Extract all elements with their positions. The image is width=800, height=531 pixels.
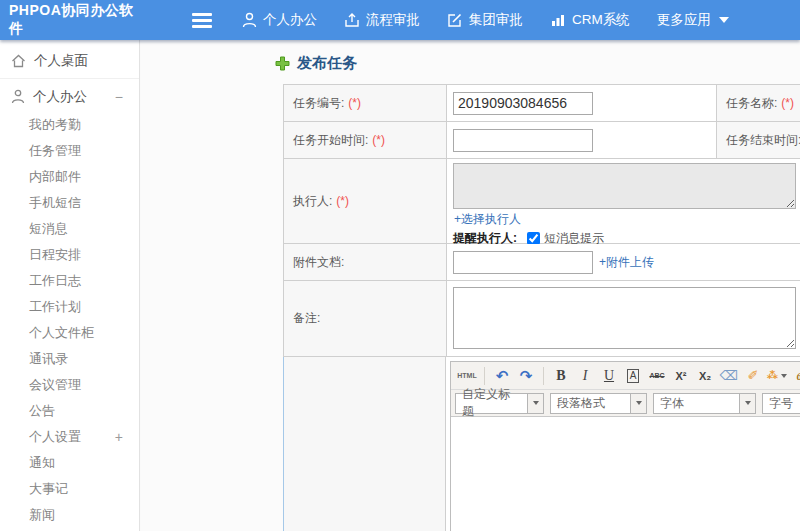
- editor-content-area[interactable]: [451, 417, 800, 531]
- italic-button[interactable]: I: [574, 366, 596, 386]
- sidebar-item-work-plan[interactable]: 工作计划: [0, 294, 139, 320]
- sidebar: 个人桌面 个人办公 − 我的考勤 任务管理 内部邮件 手机短信 短消息 日程安排…: [0, 40, 140, 531]
- underline-button[interactable]: U: [598, 366, 620, 386]
- caret-down-icon: [719, 17, 729, 23]
- redo-button[interactable]: ↷: [515, 366, 537, 386]
- custom-title-select[interactable]: 自定义标题: [455, 393, 544, 414]
- rich-text-editor: HTML ↶ ↷ B I U A ABC X² X₂ ⌫: [450, 361, 800, 531]
- collapse-icon[interactable]: −: [115, 89, 123, 105]
- add-icon: [275, 56, 290, 71]
- bold-button[interactable]: B: [550, 366, 572, 386]
- sidebar-item-mobile-sms[interactable]: 手机短信: [0, 190, 139, 216]
- sidebar-item-short-message[interactable]: 短消息: [0, 216, 139, 242]
- choose-executor-link[interactable]: +选择执行人: [454, 211, 521, 228]
- auto-typeset-button[interactable]: ⁂: [766, 366, 788, 386]
- sidebar-item-label: 个人办公: [33, 88, 87, 106]
- task-number-input[interactable]: [453, 92, 593, 115]
- task-number-label: 任务编号:(*): [284, 85, 447, 122]
- nav-label: 流程审批: [366, 11, 420, 29]
- sidebar-item-announcement[interactable]: 公告: [0, 398, 139, 424]
- expand-icon[interactable]: +: [115, 429, 123, 445]
- nav-more-apps[interactable]: 更多应用: [657, 11, 729, 29]
- sidebar-item-news[interactable]: 新闻: [0, 502, 139, 528]
- caret-down-icon: [739, 393, 756, 414]
- end-time-label: 任务结束时间:(*): [717, 122, 800, 159]
- workflow-approval-icon: [344, 12, 360, 28]
- editor-toolbar-row2: 自定义标题 段落格式 字体: [451, 390, 800, 417]
- caret-down-icon: [527, 393, 544, 414]
- sidebar-item-notice[interactable]: 通知: [0, 450, 139, 476]
- blockquote-button[interactable]: 66: [790, 366, 800, 386]
- sidebar-item-major-events[interactable]: 大事记: [0, 476, 139, 502]
- paragraph-format-select[interactable]: 段落格式: [550, 393, 647, 414]
- sidebar-item-personal-desktop[interactable]: 个人桌面: [0, 45, 139, 76]
- app-window: PHPOA协同办公软件 个人办公 流程审批 集团审批 CRM系统 更多应用: [0, 0, 800, 531]
- attachment-upload-link[interactable]: +附件上传: [599, 254, 654, 271]
- sidebar-divider: [0, 78, 139, 79]
- sidebar-item-label: 个人桌面: [34, 52, 88, 70]
- sidebar-item-internal-mail[interactable]: 内部邮件: [0, 164, 139, 190]
- char-border-button[interactable]: A: [622, 366, 644, 386]
- nav-personal-office[interactable]: 个人办公: [242, 11, 317, 29]
- nav-label: CRM系统: [572, 11, 630, 29]
- group-approval-icon: [447, 12, 463, 28]
- font-size-select[interactable]: 字号: [762, 393, 800, 414]
- html-source-button[interactable]: HTML: [456, 366, 478, 386]
- sidebar-item-personal-office[interactable]: 个人办公 −: [0, 81, 139, 112]
- remove-format-button[interactable]: ⌫: [718, 366, 740, 386]
- strikethrough-button[interactable]: ABC: [646, 366, 668, 386]
- caret-down-icon: [781, 374, 787, 378]
- font-family-select[interactable]: 字体: [653, 393, 756, 414]
- undo-button[interactable]: ↶: [491, 366, 513, 386]
- executor-display-area[interactable]: [453, 163, 796, 209]
- publish-task-form: 任务编号:(*) 任务名称:(*) 任务开始时间:(*): [283, 84, 800, 531]
- user-icon: [11, 89, 25, 104]
- nav-label: 更多应用: [657, 11, 711, 29]
- nav-label: 集团审批: [469, 11, 523, 29]
- attachment-input[interactable]: [453, 251, 593, 274]
- superscript-button[interactable]: X²: [670, 366, 692, 386]
- sidebar-item-file-cabinet[interactable]: 个人文件柜: [0, 320, 139, 346]
- sidebar-item-meeting-management[interactable]: 会议管理: [0, 372, 139, 398]
- remark-label: 备注:: [284, 281, 447, 357]
- home-icon: [11, 54, 26, 68]
- sidebar-item-work-log[interactable]: 工作日志: [0, 268, 139, 294]
- subscript-button[interactable]: X₂: [694, 366, 716, 386]
- nav-workflow-approval[interactable]: 流程审批: [344, 11, 420, 29]
- start-time-label: 任务开始时间:(*): [284, 122, 447, 159]
- hamburger-menu-icon[interactable]: [192, 13, 214, 28]
- top-bar: PHPOA协同办公软件 个人办公 流程审批 集团审批 CRM系统 更多应用: [0, 0, 800, 40]
- crm-chart-icon: [550, 12, 566, 28]
- app-logo: PHPOA协同办公软件: [0, 2, 140, 38]
- caret-down-icon: [630, 393, 647, 414]
- sidebar-item-personal-settings[interactable]: 个人设置+: [0, 424, 139, 450]
- sidebar-item-task-management[interactable]: 任务管理: [0, 138, 139, 164]
- main-content: 发布任务 任务编号:(*) 任务名称:(*): [141, 40, 800, 531]
- nav-label: 个人办公: [263, 11, 317, 29]
- page-title: 发布任务: [275, 54, 357, 73]
- sidebar-item-contacts[interactable]: 通讯录: [0, 346, 139, 372]
- sidebar-item-my-attendance[interactable]: 我的考勤: [0, 112, 139, 138]
- format-brush-button[interactable]: ✐: [742, 366, 764, 386]
- top-nav: 个人办公 流程审批 集团审批 CRM系统 更多应用: [242, 11, 756, 29]
- nav-group-approval[interactable]: 集团审批: [447, 11, 523, 29]
- user-icon: [242, 12, 257, 28]
- attachment-label: 附件文档:: [284, 244, 447, 281]
- remark-textarea[interactable]: [453, 287, 796, 349]
- task-name-label: 任务名称:(*): [717, 85, 800, 122]
- start-time-input[interactable]: [453, 129, 593, 152]
- nav-crm-system[interactable]: CRM系统: [550, 11, 630, 29]
- executor-label: 执行人:(*): [284, 159, 447, 244]
- sidebar-item-schedule[interactable]: 日程安排: [0, 242, 139, 268]
- description-label: 任务描述:(*): [283, 357, 446, 531]
